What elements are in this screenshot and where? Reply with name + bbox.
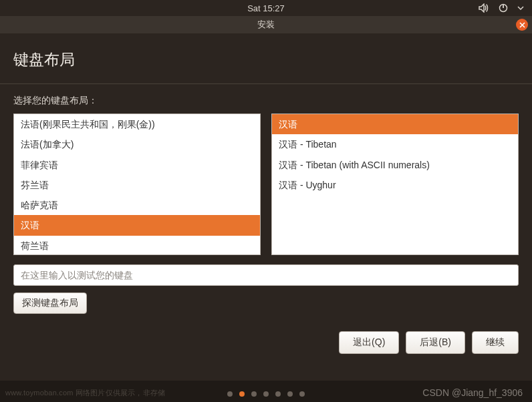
list-item[interactable]: 芬兰语	[14, 175, 260, 195]
list-item[interactable]: 法语(刚果民主共和国，刚果(金))	[14, 114, 260, 134]
page-title: 键盘布局	[13, 51, 75, 68]
close-button[interactable]	[516, 19, 528, 31]
list-item[interactable]: 汉语	[272, 114, 518, 134]
progress-dot	[251, 391, 257, 397]
progress-dot	[227, 391, 233, 397]
progress-dot	[299, 391, 305, 397]
list-item[interactable]: 汉语 - Tibetan (with ASCII numerals)	[272, 155, 518, 175]
list-item[interactable]: 汉语 - Tibetan	[272, 134, 518, 154]
list-item[interactable]: 荷兰语	[14, 236, 260, 255]
language-list[interactable]: 法语(刚果民主共和国，刚果(金))法语(加拿大)菲律宾语芬兰语哈萨克语汉语荷兰语…	[13, 114, 261, 255]
back-button[interactable]: 后退(B)	[406, 331, 465, 354]
power-icon[interactable]	[499, 3, 508, 13]
variant-list[interactable]: 汉语汉语 - Tibetan汉语 - Tibetan (with ASCII n…	[271, 114, 519, 255]
progress-dot	[263, 391, 269, 397]
list-item[interactable]: 汉语	[14, 215, 260, 235]
watermark-right: CSDN @Jiang_hf_3906	[422, 387, 523, 398]
window-title-bar: 安装	[0, 16, 532, 33]
content-area: 选择您的键盘布局： 法语(刚果民主共和国，刚果(金))法语(加拿大)菲律宾语芬兰…	[0, 84, 532, 322]
system-tray	[479, 3, 524, 13]
volume-icon[interactable]	[479, 3, 489, 13]
window-title: 安装	[257, 19, 275, 31]
progress-dot	[287, 391, 293, 397]
list-item[interactable]: 菲律宾语	[14, 155, 260, 175]
footer-buttons: 退出(Q) 后退(B) 继续	[0, 322, 532, 365]
watermark-left: www.toymoban.com 网络图片仅供展示，非存储	[5, 388, 165, 398]
quit-button[interactable]: 退出(Q)	[339, 331, 399, 354]
page-header: 键盘布局	[0, 33, 532, 84]
list-item[interactable]: 汉语 - Uyghur	[272, 175, 518, 195]
progress-dot	[275, 391, 281, 397]
chevron-down-icon[interactable]	[517, 6, 524, 10]
prompt-label: 选择您的键盘布局：	[13, 95, 519, 107]
clock: Sat 15:27	[247, 3, 285, 13]
progress-dot	[239, 391, 245, 397]
system-top-bar: Sat 15:27	[0, 0, 532, 16]
progress-dots	[227, 391, 305, 397]
layout-lists: 法语(刚果民主共和国，刚果(金))法语(加拿大)菲律宾语芬兰语哈萨克语汉语荷兰语…	[13, 114, 519, 255]
list-item[interactable]: 法语(加拿大)	[14, 134, 260, 154]
continue-button[interactable]: 继续	[472, 331, 519, 354]
keyboard-test-input[interactable]	[13, 264, 519, 286]
list-item[interactable]: 哈萨克语	[14, 195, 260, 215]
detect-layout-button[interactable]: 探测键盘布局	[13, 292, 87, 314]
